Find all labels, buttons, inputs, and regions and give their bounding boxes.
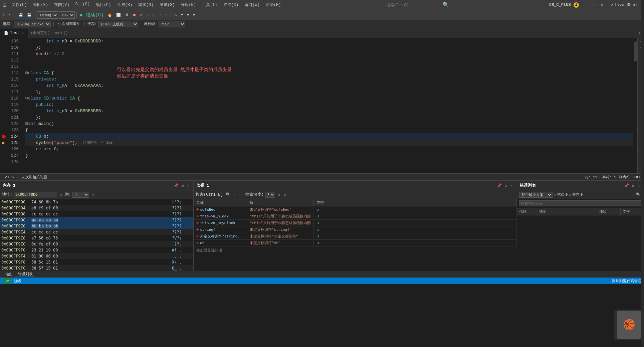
watch-add-item[interactable]: 添加要监视的项 — [194, 246, 517, 254]
ln-113: 113 — [7, 63, 21, 70]
menu-extensions[interactable]: 扩展(X) — [221, 1, 241, 8]
watch-depth-icon[interactable]: ⊡ — [276, 192, 281, 197]
breakpoint-btn-4[interactable]: ⚑ — [191, 12, 197, 18]
continue-button[interactable]: ▶ 继续(C) — [78, 11, 105, 19]
hot-reload-button[interactable]: 🔥 — [106, 12, 114, 18]
debug-config-select[interactable]: Debug — [37, 11, 58, 19]
platform-select[interactable]: x86 — [59, 11, 75, 19]
output-tab[interactable]: 输出 — [3, 272, 15, 277]
minimize-button[interactable]: ─ — [584, 2, 591, 8]
memory-scrollbar[interactable] — [641, 0, 644, 347]
status-no-issues: 未找到相关问题 — [21, 175, 47, 180]
error-filter-select[interactable]: 整个解决方案 — [519, 192, 553, 198]
refresh-1[interactable]: ↺ — [316, 214, 319, 219]
errors-close-button[interactable]: ✕ — [636, 183, 641, 188]
gutter-line-111 — [0, 51, 7, 57]
save-button[interactable]: 💾 — [17, 12, 25, 18]
close-button[interactable]: ✕ — [599, 2, 606, 8]
lifecycle-events[interactable]: 生命周期事件 — [56, 21, 82, 27]
menu-test[interactable]: 测试(S) — [157, 1, 178, 8]
global-search[interactable] — [384, 2, 437, 8]
breakpoint-btn-3[interactable]: ⚑ — [185, 12, 191, 18]
pause-button[interactable]: ⏸ — [123, 12, 130, 18]
watch-nav-prev[interactable]: ← — [233, 192, 238, 197]
step-over-button[interactable]: → — [145, 12, 151, 18]
errors-tab[interactable]: 错误列表 — [15, 272, 35, 277]
refresh-4[interactable]: ↺ — [316, 234, 319, 239]
watch-float-button[interactable]: ⊡ — [504, 183, 509, 188]
memory-close-button[interactable]: ✕ — [186, 183, 191, 188]
refresh-3[interactable]: ↺ — [316, 227, 319, 232]
code-line-124: CB b; — [25, 133, 633, 140]
save-all-button[interactable]: 💾 — [25, 12, 33, 18]
separator-2 — [35, 12, 35, 18]
memory-float-button[interactable]: ⊡ — [180, 183, 185, 188]
step-over-all-button[interactable]: ⬜ — [115, 12, 123, 18]
menu-help[interactable]: 帮助(H) — [263, 1, 284, 8]
refresh-memory-button[interactable]: ↺ — [58, 192, 63, 197]
refresh-2[interactable]: ↺ — [316, 220, 319, 225]
ln-122: 122 — [7, 121, 21, 127]
gutter-line-120 — [0, 108, 7, 114]
menu-file[interactable]: 文件(F) — [9, 1, 30, 8]
notification-badge[interactable]: 1 — [574, 2, 579, 8]
editor-tab-test[interactable]: 📄 Test ✕ — [0, 28, 28, 38]
add-source-control[interactable]: 添加到源代码管理 — [612, 279, 641, 284]
fold-icon-118[interactable]: ⊟ — [25, 95, 28, 102]
stack-item: 堆栈帧: main — [144, 21, 185, 27]
depth-select[interactable]: 3 — [265, 192, 275, 198]
live-share-button[interactable]: ↗ Live Share — [608, 2, 641, 8]
refresh-0[interactable]: ↺ — [316, 207, 319, 212]
memory-row-aa: 0x00CFF9DC aa aa aa aa ???? — [0, 217, 193, 223]
restart-button[interactable]: ↺ — [139, 12, 144, 18]
errors-float-button[interactable]: ⊡ — [631, 183, 636, 188]
step-into-button[interactable]: ↓ — [151, 12, 157, 18]
watch-search-icon[interactable]: 🔍 — [224, 192, 232, 197]
address-input[interactable] — [14, 192, 57, 197]
memory-pin-button[interactable]: 📌 — [172, 183, 180, 188]
error-col-desc: 说明 — [537, 208, 597, 215]
errors-pin-button[interactable]: 📌 — [623, 183, 630, 188]
process-select[interactable]: [15704] Test.exe — [14, 21, 51, 27]
menu-view[interactable]: 视图(V) — [51, 1, 72, 8]
breakpoint-dot — [2, 135, 6, 139]
breakpoint-btn-2[interactable]: ⚑ — [179, 12, 185, 18]
undo-button[interactable]: ↩ — [1, 12, 7, 18]
fold-icon-122[interactable]: ⊟ — [25, 121, 28, 127]
fold-icon-114[interactable]: ⊟ — [25, 70, 28, 76]
menu-build[interactable]: 生成(B) — [115, 1, 135, 8]
step-back-button[interactable]: ↩ — [164, 12, 169, 18]
watch-nav-next[interactable]: → — [239, 192, 244, 197]
redo-button[interactable]: ↪ — [8, 12, 13, 18]
watch-hex-toggle[interactable]: ⊠ — [283, 192, 288, 197]
watch-row-2: ⊗ this->m_aryBlock "this"只能用于非静态成员函数内部 ↺ — [194, 220, 517, 226]
memory-config-button[interactable]: ⚙ — [90, 192, 95, 197]
restore-button[interactable]: □ — [592, 2, 598, 8]
gutter-line-118 — [0, 95, 7, 102]
code-editor-content[interactable]: int m_nD = 0xDDDDDDDD; }; #endif // 0 ⊟c… — [24, 38, 633, 173]
menu-window[interactable]: 窗口(W) — [242, 1, 262, 8]
ln-114: 114 — [7, 70, 21, 76]
menu-edit[interactable]: 编辑(E) — [30, 1, 51, 8]
statusbar-right: 添加到源代码管理 — [612, 279, 641, 284]
refresh-5[interactable]: ↺ — [316, 240, 319, 245]
stack-select[interactable]: main — [159, 21, 185, 27]
error-search-input[interactable] — [519, 200, 642, 206]
columns-select[interactable]: 4 — [72, 192, 89, 198]
menu-tools[interactable]: 工具(T) — [199, 1, 220, 8]
editor-scrollbar[interactable] — [633, 38, 637, 173]
menu-analyze[interactable]: 分析(N) — [178, 1, 199, 8]
thread-select[interactable]: [3780] 主线程 — [98, 21, 138, 27]
ln-110: 110 — [7, 44, 21, 51]
menu-project[interactable]: 项目(P) — [93, 1, 114, 8]
watch-pin-button[interactable]: 📌 — [496, 183, 503, 188]
menu-git[interactable]: Git(G) — [73, 1, 92, 8]
error-table-header: 代码 说明 项目 文件 — [517, 208, 644, 215]
breakpoint-btn-1[interactable]: ✎ — [173, 12, 178, 18]
menu-debug[interactable]: 调试(D) — [136, 1, 156, 8]
step-out-button[interactable]: ↑ — [157, 12, 163, 18]
error-search-icon[interactable]: 🔍 — [635, 192, 642, 197]
tab-close-button[interactable]: ✕ — [22, 31, 24, 35]
stop-button[interactable]: ⏹ — [131, 12, 138, 18]
watch-close-button[interactable]: ✕ — [509, 183, 514, 188]
